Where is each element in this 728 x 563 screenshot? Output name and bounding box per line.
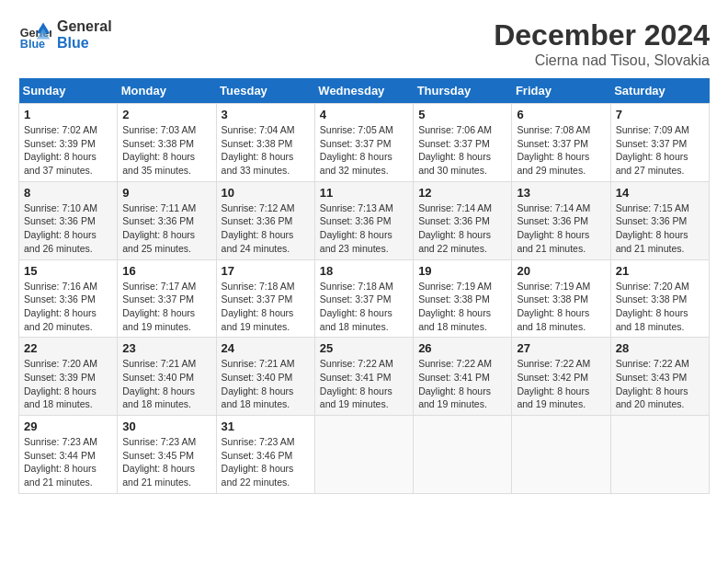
- day-info: Sunrise: 7:06 AMSunset: 3:37 PMDaylight:…: [418, 124, 492, 176]
- calendar-cell: 27 Sunrise: 7:22 AMSunset: 3:42 PMDaylig…: [512, 338, 610, 416]
- day-number: 1: [24, 108, 112, 121]
- day-number: 26: [418, 341, 506, 355]
- day-number: 16: [122, 264, 210, 278]
- day-number: 18: [320, 264, 408, 278]
- calendar-cell: 30 Sunrise: 7:23 AMSunset: 3:45 PMDaylig…: [118, 416, 216, 494]
- day-number: 25: [320, 341, 408, 355]
- weekday-header-wednesday: Wednesday: [314, 78, 413, 104]
- weekday-header-sunday: Sunday: [19, 78, 118, 104]
- day-info: Sunrise: 7:22 AMSunset: 3:42 PMDaylight:…: [517, 358, 590, 409]
- day-number: 6: [517, 108, 605, 121]
- weekday-header-row: SundayMondayTuesdayWednesdayThursdayFrid…: [19, 78, 710, 104]
- day-number: 27: [517, 341, 605, 355]
- calendar-cell: 9 Sunrise: 7:11 AMSunset: 3:36 PMDayligh…: [118, 181, 216, 259]
- week-row-1: 1 Sunrise: 7:02 AMSunset: 3:39 PMDayligh…: [19, 104, 710, 182]
- day-info: Sunrise: 7:11 AMSunset: 3:36 PMDaylight:…: [122, 202, 196, 254]
- logo: General Blue General Blue: [18, 18, 112, 52]
- weekday-header-saturday: Saturday: [610, 78, 709, 104]
- calendar-cell: 3 Sunrise: 7:04 AMSunset: 3:38 PMDayligh…: [216, 104, 314, 182]
- calendar-cell: [414, 416, 512, 494]
- calendar-cell: [512, 416, 610, 494]
- day-number: 17: [222, 264, 310, 278]
- day-info: Sunrise: 7:05 AMSunset: 3:37 PMDaylight:…: [320, 124, 393, 176]
- svg-text:Blue: Blue: [20, 38, 45, 51]
- day-number: 21: [616, 264, 704, 278]
- calendar-cell: 24 Sunrise: 7:21 AMSunset: 3:40 PMDaylig…: [216, 338, 314, 416]
- week-row-3: 15 Sunrise: 7:16 AMSunset: 3:36 PMDaylig…: [19, 259, 710, 338]
- calendar-cell: 20 Sunrise: 7:19 AMSunset: 3:38 PMDaylig…: [512, 259, 610, 338]
- day-info: Sunrise: 7:15 AMSunset: 3:36 PMDaylight:…: [616, 202, 689, 254]
- page-header: General Blue General Blue December 2024 …: [18, 18, 710, 69]
- calendar-cell: 26 Sunrise: 7:22 AMSunset: 3:41 PMDaylig…: [414, 338, 512, 416]
- calendar-cell: 29 Sunrise: 7:23 AMSunset: 3:44 PMDaylig…: [19, 416, 118, 494]
- weekday-header-friday: Friday: [512, 78, 610, 104]
- day-number: 5: [418, 108, 506, 121]
- day-info: Sunrise: 7:20 AMSunset: 3:38 PMDaylight:…: [616, 281, 689, 332]
- day-info: Sunrise: 7:13 AMSunset: 3:36 PMDaylight:…: [320, 202, 393, 254]
- calendar-cell: 21 Sunrise: 7:20 AMSunset: 3:38 PMDaylig…: [610, 259, 709, 338]
- day-number: 2: [122, 108, 210, 121]
- logo-icon: General Blue: [18, 18, 51, 52]
- day-number: 4: [320, 108, 408, 121]
- location-title: Cierna nad Tisou, Slovakia: [494, 52, 710, 69]
- calendar-cell: 14 Sunrise: 7:15 AMSunset: 3:36 PMDaylig…: [610, 181, 709, 259]
- day-info: Sunrise: 7:16 AMSunset: 3:36 PMDaylight:…: [24, 281, 97, 332]
- day-info: Sunrise: 7:14 AMSunset: 3:36 PMDaylight:…: [418, 202, 492, 254]
- day-info: Sunrise: 7:08 AMSunset: 3:37 PMDaylight:…: [517, 124, 590, 176]
- day-info: Sunrise: 7:21 AMSunset: 3:40 PMDaylight:…: [122, 358, 196, 409]
- calendar-cell: 10 Sunrise: 7:12 AMSunset: 3:36 PMDaylig…: [216, 181, 314, 259]
- calendar-cell: 25 Sunrise: 7:22 AMSunset: 3:41 PMDaylig…: [314, 338, 413, 416]
- day-info: Sunrise: 7:22 AMSunset: 3:41 PMDaylight:…: [320, 358, 393, 409]
- day-number: 10: [222, 186, 310, 200]
- day-info: Sunrise: 7:19 AMSunset: 3:38 PMDaylight:…: [418, 281, 492, 332]
- calendar-cell: 23 Sunrise: 7:21 AMSunset: 3:40 PMDaylig…: [118, 338, 216, 416]
- logo-blue: Blue: [57, 35, 112, 52]
- day-info: Sunrise: 7:02 AMSunset: 3:39 PMDaylight:…: [24, 124, 97, 176]
- calendar-cell: 15 Sunrise: 7:16 AMSunset: 3:36 PMDaylig…: [19, 259, 118, 338]
- weekday-header-tuesday: Tuesday: [216, 78, 314, 104]
- day-number: 24: [222, 341, 310, 355]
- day-info: Sunrise: 7:12 AMSunset: 3:36 PMDaylight:…: [222, 202, 295, 254]
- day-number: 19: [418, 264, 506, 278]
- calendar-cell: 8 Sunrise: 7:10 AMSunset: 3:36 PMDayligh…: [19, 181, 118, 259]
- title-block: December 2024 Cierna nad Tisou, Slovakia: [494, 18, 710, 69]
- calendar-cell: 4 Sunrise: 7:05 AMSunset: 3:37 PMDayligh…: [314, 104, 413, 182]
- day-number: 22: [24, 341, 112, 355]
- day-info: Sunrise: 7:23 AMSunset: 3:45 PMDaylight:…: [122, 436, 196, 488]
- day-number: 8: [24, 186, 112, 200]
- calendar-cell: 11 Sunrise: 7:13 AMSunset: 3:36 PMDaylig…: [314, 181, 413, 259]
- day-info: Sunrise: 7:18 AMSunset: 3:37 PMDaylight:…: [222, 281, 295, 332]
- calendar-cell: 17 Sunrise: 7:18 AMSunset: 3:37 PMDaylig…: [216, 259, 314, 338]
- day-number: 29: [24, 419, 112, 433]
- day-info: Sunrise: 7:04 AMSunset: 3:38 PMDaylight:…: [222, 124, 295, 176]
- month-title: December 2024: [494, 18, 710, 52]
- calendar-cell: 5 Sunrise: 7:06 AMSunset: 3:37 PMDayligh…: [414, 104, 512, 182]
- day-number: 28: [616, 341, 704, 355]
- calendar-cell: 22 Sunrise: 7:20 AMSunset: 3:39 PMDaylig…: [19, 338, 118, 416]
- day-info: Sunrise: 7:09 AMSunset: 3:37 PMDaylight:…: [616, 124, 689, 176]
- day-info: Sunrise: 7:17 AMSunset: 3:37 PMDaylight:…: [122, 281, 196, 332]
- day-number: 31: [222, 419, 310, 433]
- calendar-cell: 31 Sunrise: 7:23 AMSunset: 3:46 PMDaylig…: [216, 416, 314, 494]
- week-row-2: 8 Sunrise: 7:10 AMSunset: 3:36 PMDayligh…: [19, 181, 710, 259]
- day-info: Sunrise: 7:19 AMSunset: 3:38 PMDaylight:…: [517, 281, 590, 332]
- logo-general: General: [57, 18, 112, 35]
- calendar-cell: 12 Sunrise: 7:14 AMSunset: 3:36 PMDaylig…: [414, 181, 512, 259]
- day-number: 13: [517, 186, 605, 200]
- calendar-cell: 2 Sunrise: 7:03 AMSunset: 3:38 PMDayligh…: [118, 104, 216, 182]
- day-info: Sunrise: 7:20 AMSunset: 3:39 PMDaylight:…: [24, 358, 97, 409]
- calendar-cell: 1 Sunrise: 7:02 AMSunset: 3:39 PMDayligh…: [19, 104, 118, 182]
- weekday-header-monday: Monday: [118, 78, 216, 104]
- calendar-cell: 13 Sunrise: 7:14 AMSunset: 3:36 PMDaylig…: [512, 181, 610, 259]
- day-info: Sunrise: 7:03 AMSunset: 3:38 PMDaylight:…: [122, 124, 196, 176]
- day-info: Sunrise: 7:14 AMSunset: 3:36 PMDaylight:…: [517, 202, 590, 254]
- day-info: Sunrise: 7:18 AMSunset: 3:37 PMDaylight:…: [320, 281, 393, 332]
- day-number: 20: [517, 264, 605, 278]
- day-number: 7: [616, 108, 704, 121]
- day-number: 23: [122, 341, 210, 355]
- day-info: Sunrise: 7:23 AMSunset: 3:46 PMDaylight:…: [222, 436, 295, 488]
- day-info: Sunrise: 7:22 AMSunset: 3:43 PMDaylight:…: [616, 358, 689, 409]
- day-info: Sunrise: 7:10 AMSunset: 3:36 PMDaylight:…: [24, 202, 97, 254]
- calendar-table: SundayMondayTuesdayWednesdayThursdayFrid…: [18, 78, 710, 494]
- calendar-cell: 6 Sunrise: 7:08 AMSunset: 3:37 PMDayligh…: [512, 104, 610, 182]
